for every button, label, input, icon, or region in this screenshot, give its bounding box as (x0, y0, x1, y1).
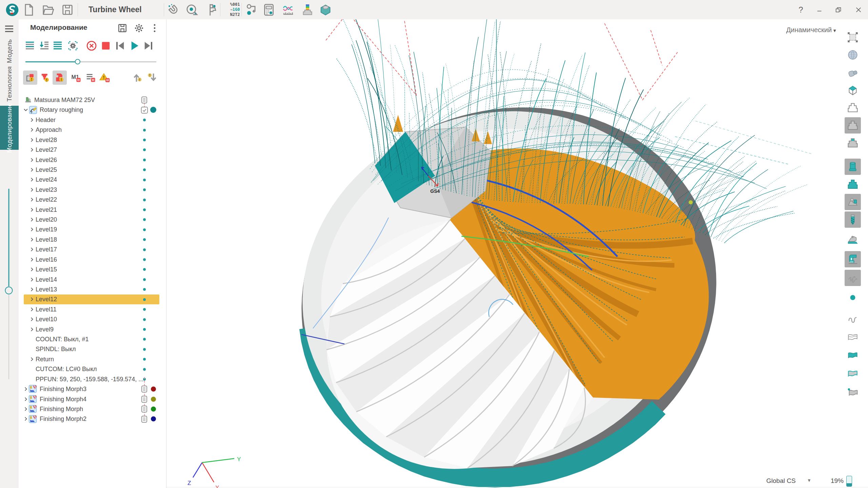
tree-item-finishing-morph2[interactable]: Finishing Morph2 (19, 414, 166, 424)
machine-frame-icon[interactable] (845, 251, 861, 267)
notes-icon[interactable] (140, 415, 149, 424)
tool-drill-icon[interactable] (845, 211, 861, 228)
curve-icon[interactable] (845, 310, 861, 327)
settings-gear-icon[interactable] (134, 23, 144, 34)
simulation-progress-slider[interactable] (25, 59, 156, 64)
chevron-right-icon[interactable] (29, 117, 35, 123)
measure-tape-icon[interactable] (185, 3, 199, 17)
main-menu-icon[interactable] (4, 23, 15, 32)
chevron-right-icon[interactable] (29, 187, 35, 193)
to-start-button[interactable] (114, 40, 126, 52)
mesh-surface-icon[interactable] (845, 329, 861, 345)
toolpath-lines-icon[interactable] (845, 270, 861, 286)
close-button[interactable] (853, 4, 864, 16)
chevron-right-icon[interactable] (29, 326, 35, 332)
tree-item-level19[interactable]: Level19 (19, 225, 166, 235)
notes-icon[interactable] (140, 405, 149, 413)
sidebar-tab-моделирование[interactable]: Моделирование (0, 106, 19, 150)
chevron-down-icon[interactable] (23, 107, 29, 113)
view-mode-dropdown[interactable]: Динамический▼ (786, 26, 837, 34)
workpiece-box-icon[interactable] (845, 82, 861, 98)
chevron-right-icon[interactable] (29, 286, 35, 292)
tree-item-level22[interactable]: Level22 (19, 195, 166, 205)
tree-item-rotary-roughing[interactable]: Rotary roughing (19, 105, 166, 115)
tree-item-level12[interactable]: Level12 (19, 294, 166, 304)
run-all-blocks-button[interactable] (52, 40, 64, 52)
stop-on-part-collision-button[interactable] (23, 70, 37, 85)
tree-item-coolnt-выкл-1[interactable]: COOLNT: Выкл, #1 (19, 334, 166, 344)
tree-item-level11[interactable]: Level11 (19, 304, 166, 314)
chevron-right-icon[interactable] (29, 296, 35, 302)
save-results-icon[interactable] (117, 23, 128, 34)
focus-tool-button[interactable] (67, 40, 79, 52)
tree-item-return[interactable]: Return (19, 354, 166, 364)
snap-magnet-icon[interactable] (167, 3, 180, 17)
next-warning-button[interactable] (145, 70, 159, 85)
chevron-right-icon[interactable] (29, 277, 35, 283)
tree-item-level13[interactable]: Level13 (19, 284, 166, 294)
tree-item-finishing-morph4[interactable]: Finishing Morph4 (19, 394, 166, 404)
run-blocks-button[interactable] (24, 40, 36, 52)
tree-item-level25[interactable]: Level25 (19, 165, 166, 175)
stop-on-machine-collision-button[interactable] (53, 70, 67, 85)
tree-item-header[interactable]: Header (19, 115, 166, 125)
tree-item-finishing-morph3[interactable]: Finishing Morph3 (19, 384, 166, 394)
chevron-down-icon[interactable]: ▼ (807, 478, 811, 483)
stop-on-warning-button[interactable] (98, 70, 112, 85)
chevron-right-icon[interactable] (29, 237, 35, 243)
tree-item-level20[interactable]: Level20 (19, 215, 166, 224)
previous-warning-button[interactable] (131, 70, 145, 85)
tree-item-spindl-выкл[interactable]: SPINDL: Выкл (19, 344, 166, 354)
chevron-right-icon[interactable] (29, 316, 35, 322)
stock-simulation-icon[interactable] (319, 3, 332, 17)
part-teal-icon[interactable] (845, 176, 861, 192)
point-dot-icon[interactable] (845, 289, 861, 306)
stop-button[interactable] (100, 40, 112, 52)
slider-knob[interactable] (75, 59, 80, 64)
cnc-panel-icon[interactable] (262, 3, 276, 17)
sidebar-tab-технология[interactable]: Технология (0, 67, 19, 101)
to-end-button[interactable] (142, 40, 155, 52)
chevron-right-icon[interactable] (29, 246, 35, 252)
notes-icon[interactable] (140, 395, 149, 404)
chevron-right-icon[interactable] (23, 406, 29, 412)
tree-item-approach[interactable]: Approach (19, 125, 166, 135)
chevron-right-icon[interactable] (23, 386, 29, 392)
surface-flag-icon[interactable] (845, 384, 861, 401)
tree-item-level14[interactable]: Level14 (19, 274, 166, 284)
chevron-right-icon[interactable] (29, 197, 35, 203)
tree-item-level10[interactable]: Level10 (19, 314, 166, 324)
tree-item-level24[interactable]: Level24 (19, 175, 166, 185)
graphs-icon[interactable] (281, 3, 295, 17)
chevron-right-icon[interactable] (29, 266, 35, 272)
tree-item-matsuura-mam72-25v[interactable]: Matsuura MAM72 25V (19, 95, 166, 105)
chevron-right-icon[interactable] (29, 207, 35, 213)
machine-head-icon[interactable] (845, 231, 861, 247)
caliper-icon[interactable] (204, 3, 218, 17)
chevron-right-icon[interactable] (29, 127, 35, 133)
sidebar-tab-модель[interactable]: Модель (0, 39, 19, 63)
fixture-icon[interactable] (845, 194, 861, 210)
stop-on-m1-button[interactable]: M1 (69, 70, 83, 85)
shaded-sphere-icon[interactable] (845, 47, 861, 63)
chevron-right-icon[interactable] (23, 416, 29, 422)
chevron-right-icon[interactable] (29, 226, 35, 232)
model-part-icon[interactable] (845, 64, 861, 81)
surface-outline-icon[interactable] (845, 365, 861, 382)
tool-holder-icon[interactable] (301, 3, 314, 17)
tree-item-level21[interactable]: Level21 (19, 205, 166, 215)
notes-icon[interactable] (140, 96, 149, 104)
toolpath-cycle-icon[interactable] (245, 3, 258, 17)
tree-item-level26[interactable]: Level26 (19, 155, 166, 165)
step-block-button[interactable] (38, 40, 51, 52)
tree-item-level28[interactable]: Level28 (19, 135, 166, 145)
stock-cylinder-icon[interactable] (845, 159, 861, 175)
more-menu-icon[interactable] (149, 23, 160, 34)
chevron-right-icon[interactable] (29, 137, 35, 143)
open-file-icon[interactable] (41, 3, 55, 17)
chevron-right-icon[interactable] (29, 217, 35, 223)
surface-teal-icon[interactable] (845, 347, 861, 363)
nc-program-icon[interactable]: %001 →1G0 N2T2 (223, 2, 247, 18)
help-button[interactable]: ? (795, 4, 807, 16)
stop-on-tool-collision-button[interactable] (38, 70, 52, 85)
